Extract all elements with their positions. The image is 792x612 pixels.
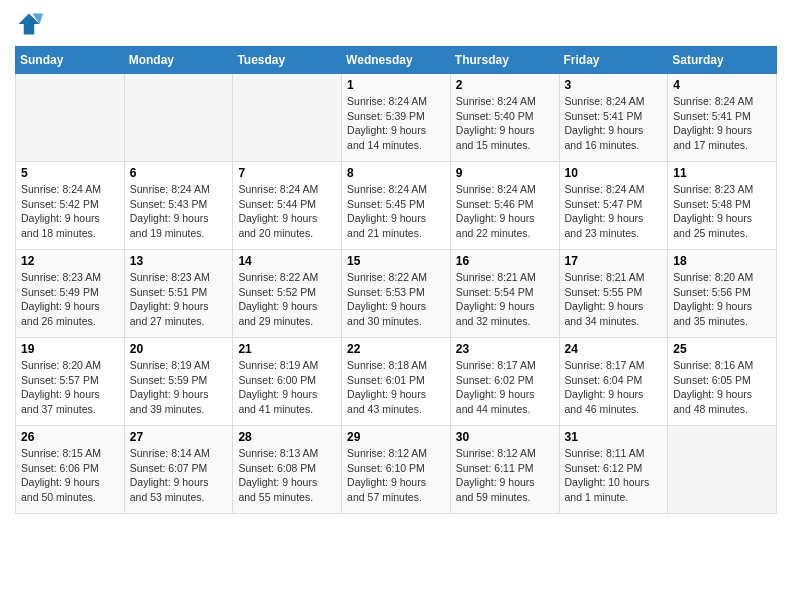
calendar-cell: 17Sunrise: 8:21 AM Sunset: 5:55 PM Dayli…: [559, 250, 668, 338]
calendar-cell: 10Sunrise: 8:24 AM Sunset: 5:47 PM Dayli…: [559, 162, 668, 250]
day-number: 14: [238, 254, 336, 268]
day-number: 11: [673, 166, 771, 180]
header-day: Monday: [124, 47, 233, 74]
day-info: Sunrise: 8:18 AM Sunset: 6:01 PM Dayligh…: [347, 358, 445, 417]
calendar-cell: 19Sunrise: 8:20 AM Sunset: 5:57 PM Dayli…: [16, 338, 125, 426]
day-info: Sunrise: 8:24 AM Sunset: 5:41 PM Dayligh…: [565, 94, 663, 153]
calendar-cell: [16, 74, 125, 162]
calendar-cell: 8Sunrise: 8:24 AM Sunset: 5:45 PM Daylig…: [342, 162, 451, 250]
day-info: Sunrise: 8:13 AM Sunset: 6:08 PM Dayligh…: [238, 446, 336, 505]
day-number: 20: [130, 342, 228, 356]
day-number: 16: [456, 254, 554, 268]
day-info: Sunrise: 8:19 AM Sunset: 5:59 PM Dayligh…: [130, 358, 228, 417]
calendar-cell: 28Sunrise: 8:13 AM Sunset: 6:08 PM Dayli…: [233, 426, 342, 514]
calendar-cell: 26Sunrise: 8:15 AM Sunset: 6:06 PM Dayli…: [16, 426, 125, 514]
header-day: Tuesday: [233, 47, 342, 74]
calendar-cell: 3Sunrise: 8:24 AM Sunset: 5:41 PM Daylig…: [559, 74, 668, 162]
calendar-week-row: 26Sunrise: 8:15 AM Sunset: 6:06 PM Dayli…: [16, 426, 777, 514]
header-day: Sunday: [16, 47, 125, 74]
calendar-week-row: 19Sunrise: 8:20 AM Sunset: 5:57 PM Dayli…: [16, 338, 777, 426]
calendar-cell: 6Sunrise: 8:24 AM Sunset: 5:43 PM Daylig…: [124, 162, 233, 250]
calendar-cell: [124, 74, 233, 162]
day-number: 24: [565, 342, 663, 356]
calendar-week-row: 1Sunrise: 8:24 AM Sunset: 5:39 PM Daylig…: [16, 74, 777, 162]
calendar-cell: 21Sunrise: 8:19 AM Sunset: 6:00 PM Dayli…: [233, 338, 342, 426]
day-info: Sunrise: 8:23 AM Sunset: 5:48 PM Dayligh…: [673, 182, 771, 241]
day-info: Sunrise: 8:22 AM Sunset: 5:52 PM Dayligh…: [238, 270, 336, 329]
day-number: 3: [565, 78, 663, 92]
day-info: Sunrise: 8:12 AM Sunset: 6:11 PM Dayligh…: [456, 446, 554, 505]
calendar-cell: 30Sunrise: 8:12 AM Sunset: 6:11 PM Dayli…: [450, 426, 559, 514]
calendar-cell: 4Sunrise: 8:24 AM Sunset: 5:41 PM Daylig…: [668, 74, 777, 162]
day-info: Sunrise: 8:11 AM Sunset: 6:12 PM Dayligh…: [565, 446, 663, 505]
day-info: Sunrise: 8:24 AM Sunset: 5:47 PM Dayligh…: [565, 182, 663, 241]
day-info: Sunrise: 8:20 AM Sunset: 5:56 PM Dayligh…: [673, 270, 771, 329]
calendar-cell: 12Sunrise: 8:23 AM Sunset: 5:49 PM Dayli…: [16, 250, 125, 338]
calendar-header: SundayMondayTuesdayWednesdayThursdayFrid…: [16, 47, 777, 74]
day-info: Sunrise: 8:12 AM Sunset: 6:10 PM Dayligh…: [347, 446, 445, 505]
calendar-cell: [668, 426, 777, 514]
calendar-cell: 20Sunrise: 8:19 AM Sunset: 5:59 PM Dayli…: [124, 338, 233, 426]
day-info: Sunrise: 8:24 AM Sunset: 5:46 PM Dayligh…: [456, 182, 554, 241]
day-number: 15: [347, 254, 445, 268]
day-number: 22: [347, 342, 445, 356]
day-info: Sunrise: 8:24 AM Sunset: 5:42 PM Dayligh…: [21, 182, 119, 241]
logo: [15, 10, 47, 38]
day-info: Sunrise: 8:21 AM Sunset: 5:54 PM Dayligh…: [456, 270, 554, 329]
day-number: 7: [238, 166, 336, 180]
day-info: Sunrise: 8:24 AM Sunset: 5:40 PM Dayligh…: [456, 94, 554, 153]
day-info: Sunrise: 8:22 AM Sunset: 5:53 PM Dayligh…: [347, 270, 445, 329]
calendar-week-row: 5Sunrise: 8:24 AM Sunset: 5:42 PM Daylig…: [16, 162, 777, 250]
calendar-cell: 9Sunrise: 8:24 AM Sunset: 5:46 PM Daylig…: [450, 162, 559, 250]
day-info: Sunrise: 8:23 AM Sunset: 5:49 PM Dayligh…: [21, 270, 119, 329]
calendar-cell: 11Sunrise: 8:23 AM Sunset: 5:48 PM Dayli…: [668, 162, 777, 250]
day-info: Sunrise: 8:19 AM Sunset: 6:00 PM Dayligh…: [238, 358, 336, 417]
day-info: Sunrise: 8:21 AM Sunset: 5:55 PM Dayligh…: [565, 270, 663, 329]
day-info: Sunrise: 8:23 AM Sunset: 5:51 PM Dayligh…: [130, 270, 228, 329]
header-day: Friday: [559, 47, 668, 74]
calendar-cell: 22Sunrise: 8:18 AM Sunset: 6:01 PM Dayli…: [342, 338, 451, 426]
calendar-cell: 1Sunrise: 8:24 AM Sunset: 5:39 PM Daylig…: [342, 74, 451, 162]
header-day: Wednesday: [342, 47, 451, 74]
day-number: 26: [21, 430, 119, 444]
day-number: 13: [130, 254, 228, 268]
calendar-body: 1Sunrise: 8:24 AM Sunset: 5:39 PM Daylig…: [16, 74, 777, 514]
day-number: 28: [238, 430, 336, 444]
day-info: Sunrise: 8:24 AM Sunset: 5:45 PM Dayligh…: [347, 182, 445, 241]
calendar-cell: 13Sunrise: 8:23 AM Sunset: 5:51 PM Dayli…: [124, 250, 233, 338]
day-number: 12: [21, 254, 119, 268]
calendar-cell: 5Sunrise: 8:24 AM Sunset: 5:42 PM Daylig…: [16, 162, 125, 250]
day-number: 10: [565, 166, 663, 180]
calendar-cell: 14Sunrise: 8:22 AM Sunset: 5:52 PM Dayli…: [233, 250, 342, 338]
day-number: 29: [347, 430, 445, 444]
calendar-table: SundayMondayTuesdayWednesdayThursdayFrid…: [15, 46, 777, 514]
day-info: Sunrise: 8:17 AM Sunset: 6:04 PM Dayligh…: [565, 358, 663, 417]
day-number: 6: [130, 166, 228, 180]
day-number: 30: [456, 430, 554, 444]
day-info: Sunrise: 8:24 AM Sunset: 5:43 PM Dayligh…: [130, 182, 228, 241]
day-info: Sunrise: 8:15 AM Sunset: 6:06 PM Dayligh…: [21, 446, 119, 505]
day-info: Sunrise: 8:24 AM Sunset: 5:41 PM Dayligh…: [673, 94, 771, 153]
logo-icon: [15, 10, 43, 38]
day-number: 2: [456, 78, 554, 92]
calendar-cell: [233, 74, 342, 162]
calendar-cell: 23Sunrise: 8:17 AM Sunset: 6:02 PM Dayli…: [450, 338, 559, 426]
calendar-cell: 27Sunrise: 8:14 AM Sunset: 6:07 PM Dayli…: [124, 426, 233, 514]
day-number: 31: [565, 430, 663, 444]
calendar-cell: 15Sunrise: 8:22 AM Sunset: 5:53 PM Dayli…: [342, 250, 451, 338]
day-info: Sunrise: 8:14 AM Sunset: 6:07 PM Dayligh…: [130, 446, 228, 505]
day-number: 18: [673, 254, 771, 268]
day-number: 25: [673, 342, 771, 356]
day-number: 19: [21, 342, 119, 356]
calendar-cell: 2Sunrise: 8:24 AM Sunset: 5:40 PM Daylig…: [450, 74, 559, 162]
header-day: Thursday: [450, 47, 559, 74]
day-info: Sunrise: 8:24 AM Sunset: 5:44 PM Dayligh…: [238, 182, 336, 241]
page-header: [15, 10, 777, 38]
day-number: 1: [347, 78, 445, 92]
calendar-week-row: 12Sunrise: 8:23 AM Sunset: 5:49 PM Dayli…: [16, 250, 777, 338]
day-number: 23: [456, 342, 554, 356]
calendar-cell: 16Sunrise: 8:21 AM Sunset: 5:54 PM Dayli…: [450, 250, 559, 338]
day-number: 21: [238, 342, 336, 356]
calendar-cell: 18Sunrise: 8:20 AM Sunset: 5:56 PM Dayli…: [668, 250, 777, 338]
day-info: Sunrise: 8:20 AM Sunset: 5:57 PM Dayligh…: [21, 358, 119, 417]
